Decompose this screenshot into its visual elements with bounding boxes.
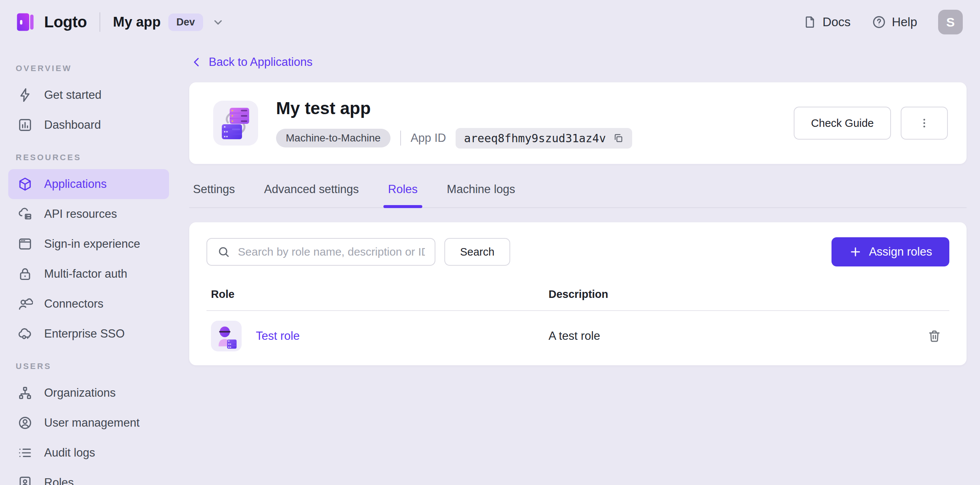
sidebar: OVERVIEW Get started Dashboard RESOURCES… — [0, 44, 177, 485]
trash-icon — [927, 329, 942, 343]
sidebar-item-organizations[interactable]: Organizations — [8, 378, 169, 408]
table-header-row: Role Description — [207, 283, 949, 311]
role-m2m-icon — [211, 321, 242, 351]
app-id-chip[interactable]: areeq8fhmy9szud31az4v — [456, 128, 632, 148]
docs-link[interactable]: Docs — [803, 15, 851, 29]
divider — [400, 131, 401, 145]
sidebar-item-label: Roles — [44, 476, 74, 485]
sidebar-item-label: Applications — [44, 177, 107, 191]
list-icon — [17, 445, 33, 461]
sidebar-item-enterprise-sso[interactable]: Enterprise SSO — [8, 319, 169, 349]
sidebar-item-roles[interactable]: Roles — [8, 468, 169, 485]
table-row[interactable]: Test role A test role — [207, 311, 949, 361]
sidebar-item-label: Sign-in experience — [44, 237, 140, 251]
tab-roles[interactable]: Roles — [387, 180, 418, 207]
tab-machine-logs[interactable]: Machine logs — [446, 180, 516, 207]
avatar[interactable]: S — [938, 10, 963, 34]
sidebar-item-label: Connectors — [44, 297, 103, 311]
app-type-badge: Machine-to-Machine — [276, 129, 390, 147]
app-id-value: areeq8fhmy9szud31az4v — [464, 132, 606, 145]
column-header-role: Role — [211, 288, 549, 300]
search-button[interactable]: Search — [444, 238, 510, 266]
sidebar-item-label: Organizations — [44, 386, 116, 400]
tab-advanced-settings[interactable]: Advanced settings — [263, 180, 360, 207]
app-switcher[interactable]: My app Dev — [113, 13, 226, 31]
browser-icon — [17, 236, 33, 252]
sidebar-item-sign-in-experience[interactable]: Sign-in experience — [8, 229, 169, 259]
sidebar-item-label: Multi-factor auth — [44, 267, 127, 281]
back-to-applications-link[interactable]: Back to Applications — [190, 55, 312, 69]
assign-roles-button[interactable]: Assign roles — [832, 237, 949, 266]
roles-panel: Search Assign roles Role Description — [189, 222, 967, 365]
check-guide-button[interactable]: Check Guide — [794, 107, 891, 140]
sidebar-item-user-management[interactable]: User management — [8, 408, 169, 438]
sidebar-item-label: API resources — [44, 207, 117, 221]
more-actions-button[interactable] — [901, 107, 948, 140]
docs-label: Docs — [822, 15, 851, 29]
sidebar-item-label: Dashboard — [44, 118, 101, 132]
avatar-initial: S — [947, 15, 955, 30]
role-search-box — [207, 238, 435, 266]
logto-brand: Logto — [15, 11, 87, 33]
cube-icon — [17, 176, 33, 192]
column-header-description: Description — [549, 288, 911, 300]
assign-roles-label: Assign roles — [869, 245, 932, 258]
sidebar-item-label: Enterprise SSO — [44, 327, 124, 341]
sidebar-section-users: USERS — [16, 362, 177, 371]
sidebar-item-label: Audit logs — [44, 446, 95, 459]
lightning-icon — [17, 87, 33, 103]
role-name-link[interactable]: Test role — [256, 329, 300, 343]
search-input[interactable] — [238, 246, 425, 258]
document-icon — [803, 15, 817, 29]
search-icon — [217, 245, 231, 258]
topbar: Logto My app Dev Docs Help S — [0, 0, 980, 44]
env-badge: Dev — [168, 13, 204, 31]
app-id-label: App ID — [411, 131, 446, 145]
chevron-down-icon — [211, 14, 226, 30]
tab-settings[interactable]: Settings — [192, 180, 235, 207]
cloud-key-icon — [17, 326, 33, 342]
back-link-label: Back to Applications — [209, 55, 312, 69]
id-card-icon — [17, 475, 33, 485]
roles-table: Role Description — [207, 283, 949, 361]
sidebar-item-label: Get started — [44, 88, 101, 102]
delete-role-button[interactable] — [924, 325, 945, 346]
sidebar-item-dashboard[interactable]: Dashboard — [8, 110, 169, 140]
role-description: A test role — [549, 329, 600, 343]
person-cloud-icon — [17, 296, 33, 312]
logto-logo-icon — [15, 11, 37, 33]
sidebar-item-applications[interactable]: Applications — [8, 169, 169, 199]
app-header-card: My test app Machine-to-Machine App ID ar… — [189, 82, 967, 164]
current-app-name: My app — [113, 14, 161, 30]
plus-icon — [849, 245, 862, 258]
cloud-server-icon — [17, 206, 33, 222]
sidebar-item-connectors[interactable]: Connectors — [8, 289, 169, 319]
chevron-left-icon — [190, 55, 204, 69]
app-m2m-icon — [213, 101, 258, 145]
sidebar-item-multi-factor-auth[interactable]: Multi-factor auth — [8, 259, 169, 289]
help-icon — [872, 14, 886, 30]
app-tabs: Settings Advanced settings Roles Machine… — [189, 180, 967, 208]
app-title: My test app — [276, 98, 632, 118]
sidebar-item-api-resources[interactable]: API resources — [8, 199, 169, 229]
kebab-icon — [918, 117, 931, 129]
copy-icon[interactable] — [612, 132, 624, 144]
sidebar-section-overview: OVERVIEW — [16, 64, 177, 73]
bar-chart-icon — [17, 117, 33, 133]
sidebar-section-resources: RESOURCES — [16, 153, 177, 163]
main-content: Back to Applications — [177, 44, 980, 485]
sidebar-item-label: User management — [44, 416, 140, 430]
brand-name: Logto — [44, 13, 87, 31]
org-chart-icon — [17, 385, 33, 401]
sidebar-item-get-started[interactable]: Get started — [8, 80, 169, 110]
help-label: Help — [892, 15, 917, 29]
sidebar-item-audit-logs[interactable]: Audit logs — [8, 438, 169, 468]
divider — [100, 12, 100, 32]
lock-icon — [17, 266, 33, 282]
user-circle-icon — [17, 415, 33, 431]
help-link[interactable]: Help — [872, 14, 917, 30]
